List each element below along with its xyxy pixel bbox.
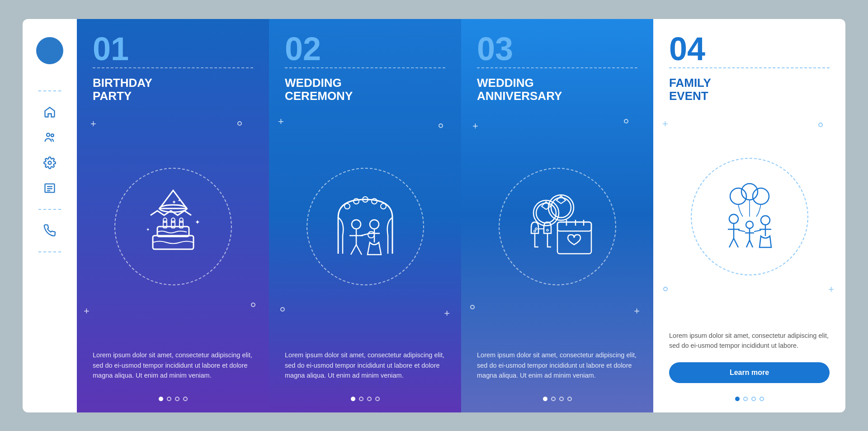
card-3-body-text: Lorem ipsum dolor sit amet, consectetur … bbox=[461, 343, 653, 389]
card-1-number: 01 bbox=[93, 33, 253, 65]
settings-icon[interactable] bbox=[42, 155, 58, 171]
dot-inactive-4c[interactable] bbox=[760, 397, 764, 401]
svg-point-24 bbox=[372, 199, 377, 204]
plus-deco-3: + bbox=[278, 117, 284, 127]
dot-inactive-1a[interactable] bbox=[167, 397, 171, 401]
card-4-title: FAMILYEVENT bbox=[669, 76, 830, 104]
small-circle-6 bbox=[470, 305, 475, 309]
svg-point-44 bbox=[741, 184, 758, 200]
svg-marker-34 bbox=[557, 196, 566, 204]
svg-text:✦: ✦ bbox=[178, 199, 181, 203]
svg-point-17 bbox=[171, 218, 175, 223]
dot-inactive-2b[interactable] bbox=[367, 397, 372, 401]
family-event-icon bbox=[704, 171, 795, 262]
card-3-number: 03 bbox=[477, 33, 637, 65]
card-3-header: 03 WEDDINGANNIVERSARY bbox=[461, 19, 653, 110]
birthday-party-icon: ✦ ✦ bbox=[128, 181, 218, 272]
svg-point-43 bbox=[730, 188, 746, 204]
dot-active-1[interactable] bbox=[159, 397, 163, 401]
plus-deco-8: + bbox=[828, 284, 834, 294]
home-icon[interactable] bbox=[42, 104, 58, 120]
card-family-event: 04 FAMILYEVENT + + bbox=[653, 19, 845, 412]
dot-inactive-4b[interactable] bbox=[751, 397, 756, 401]
svg-text:✦: ✦ bbox=[195, 218, 200, 226]
sidebar-divider-bottom bbox=[38, 251, 61, 252]
dot-inactive-3b[interactable] bbox=[559, 397, 564, 401]
svg-point-35 bbox=[534, 230, 536, 232]
phone-icon[interactable] bbox=[42, 223, 58, 239]
learn-more-button[interactable]: Learn more bbox=[669, 362, 830, 383]
card-1-header: 01 BIRTHDAYPARTY bbox=[77, 19, 269, 110]
small-circle-3 bbox=[439, 123, 443, 128]
card-4-icon-area: + + bbox=[653, 110, 845, 323]
dot-inactive-3c[interactable] bbox=[567, 397, 572, 401]
svg-point-25 bbox=[381, 204, 386, 209]
card-3-title: WEDDINGANNIVERSARY bbox=[477, 76, 637, 104]
sidebar-divider-top bbox=[38, 90, 61, 91]
card-3-divider bbox=[477, 67, 637, 68]
svg-point-28 bbox=[368, 232, 374, 238]
svg-point-22 bbox=[354, 199, 359, 204]
card-3-dots bbox=[461, 390, 653, 412]
cards-container: 01 BIRTHDAYPARTY + + ✦ bbox=[77, 19, 845, 412]
card-4-header: 04 FAMILYEVENT bbox=[653, 19, 845, 110]
svg-point-46 bbox=[729, 214, 738, 223]
card-2-title: WEDDINGCEREMONY bbox=[285, 76, 445, 104]
dot-inactive-4a[interactable] bbox=[743, 397, 748, 401]
svg-point-33 bbox=[548, 195, 574, 220]
svg-point-21 bbox=[344, 204, 350, 209]
card-2-number: 02 bbox=[285, 33, 445, 65]
users-icon[interactable] bbox=[42, 129, 58, 146]
card-2-icon-circle bbox=[307, 168, 424, 285]
card-2-divider bbox=[285, 67, 445, 68]
svg-point-48 bbox=[746, 221, 753, 228]
card-4-dots bbox=[653, 390, 845, 412]
dot-active-2[interactable] bbox=[351, 397, 355, 401]
card-4-divider bbox=[669, 67, 830, 68]
plus-deco-6: + bbox=[634, 306, 640, 316]
svg-point-0 bbox=[47, 133, 50, 136]
dot-inactive-3a[interactable] bbox=[551, 397, 556, 401]
svg-point-36 bbox=[535, 228, 537, 230]
card-2-dots bbox=[269, 390, 461, 412]
list-icon[interactable] bbox=[42, 180, 58, 196]
main-container: 01 BIRTHDAYPARTY + + ✦ bbox=[23, 19, 845, 412]
small-circle-7 bbox=[818, 123, 823, 127]
sidebar-logo bbox=[36, 37, 63, 64]
card-2-body-text: Lorem ipsum dolor sit amet, consectetur … bbox=[269, 343, 461, 389]
dot-active-3[interactable] bbox=[543, 397, 547, 401]
small-circle-2 bbox=[251, 303, 255, 307]
svg-text:✦: ✦ bbox=[146, 227, 150, 232]
dot-inactive-2a[interactable] bbox=[359, 397, 363, 401]
card-4-icon-circle bbox=[691, 158, 808, 275]
svg-point-18 bbox=[179, 218, 183, 223]
svg-rect-11 bbox=[153, 236, 193, 249]
card-1-divider bbox=[93, 67, 253, 68]
dot-active-4[interactable] bbox=[735, 397, 740, 401]
card-1-body-text: Lorem ipsum dolor sit amet, consectetur … bbox=[77, 343, 269, 389]
dot-inactive-2c[interactable] bbox=[375, 397, 380, 401]
plus-deco-2: + bbox=[84, 306, 90, 316]
card-1-dots bbox=[77, 390, 269, 412]
card-wedding-anniversary: 03 WEDDINGANNIVERSARY + + bbox=[461, 19, 653, 412]
sidebar-divider-mid bbox=[38, 209, 61, 210]
card-1-icon-area: + + ✦ ✦ bbox=[77, 110, 269, 343]
small-circle-8 bbox=[663, 287, 668, 291]
svg-point-45 bbox=[753, 188, 769, 204]
card-4-number: 04 bbox=[669, 33, 830, 65]
wedding-ceremony-icon bbox=[320, 181, 410, 272]
plus-deco-4: + bbox=[444, 308, 450, 318]
svg-point-2 bbox=[48, 161, 52, 164]
svg-point-1 bbox=[51, 134, 54, 137]
svg-point-16 bbox=[163, 218, 167, 223]
svg-point-37 bbox=[547, 229, 548, 231]
card-2-header: 02 WEDDINGCEREMONY bbox=[269, 19, 461, 110]
svg-point-26 bbox=[352, 220, 361, 229]
dot-inactive-1b[interactable] bbox=[175, 397, 179, 401]
card-4-body-text: Lorem ipsum dolor sit amet, consectetur … bbox=[653, 324, 845, 360]
card-1-icon-circle: ✦ ✦ bbox=[114, 168, 232, 285]
card-2-icon-area: + + bbox=[269, 110, 461, 343]
small-circle-4 bbox=[280, 307, 285, 312]
dot-inactive-1c[interactable] bbox=[183, 397, 188, 401]
card-3-icon-area: + + bbox=[461, 110, 653, 343]
